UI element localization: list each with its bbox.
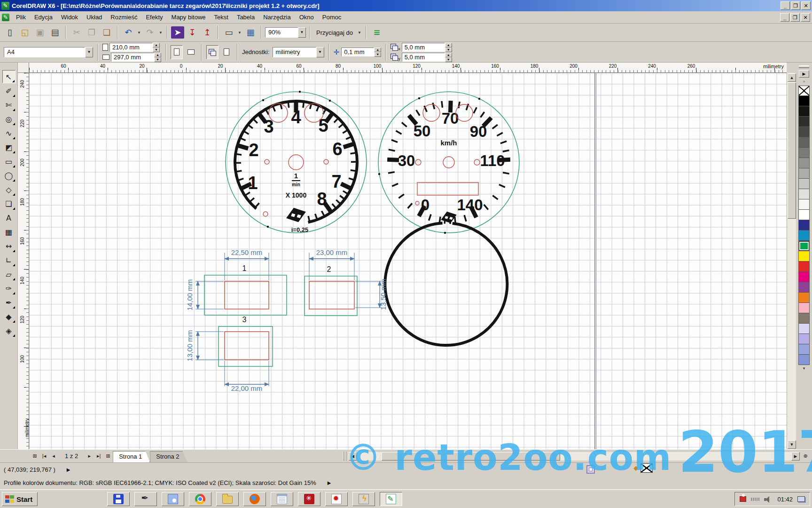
corel-connect-search-button[interactable]: ➤: [171, 26, 184, 39]
palette-swatch[interactable]: [798, 262, 810, 272]
page-height-spinner[interactable]: ▲▼: [154, 53, 161, 62]
palette-scroll-up-icon[interactable]: ▲: [799, 79, 809, 85]
palette-swatch[interactable]: [798, 324, 810, 334]
menu-tabela[interactable]: Tabela: [233, 12, 259, 22]
pane-splitter[interactable]: [343, 452, 346, 461]
horizontal-scrollbar[interactable]: ◀ ▶: [349, 452, 800, 460]
first-page-button[interactable]: |◂: [39, 451, 49, 461]
color-eyedropper-tool[interactable]: ✑: [2, 282, 16, 295]
network-icon[interactable]: [797, 496, 805, 502]
taskbar-app-acrobat[interactable]: [298, 492, 320, 506]
status-flyout-icon[interactable]: ▶: [67, 467, 70, 472]
horizontal-scrollbar-thumb[interactable]: [382, 452, 560, 460]
snap-to-dropdown[interactable]: Przyciągaj do: [313, 29, 356, 36]
last-page-button[interactable]: ▸|: [94, 451, 103, 461]
palette-swatch[interactable]: [798, 220, 810, 230]
portrait-orientation-button[interactable]: [171, 45, 183, 59]
zoom-level-dropdown-icon[interactable]: ▼: [298, 27, 306, 38]
duplicate-distance-y-field[interactable]: 5,0 mm ▲▼: [402, 53, 452, 62]
palette-scroll-down-icon[interactable]: ▼: [799, 366, 809, 372]
blend-tool[interactable]: ▱: [2, 268, 16, 281]
palette-swatch-none[interactable]: [798, 86, 810, 96]
print-button[interactable]: ▤: [48, 25, 62, 40]
page-size-preset-value[interactable]: A4: [4, 47, 85, 57]
drawing-canvas[interactable]: 12345678X 1000i=0,251min030507090110140k…: [29, 73, 787, 449]
welcome-screen-button[interactable]: ▦: [243, 25, 258, 40]
undo-button-caret-icon[interactable]: ▼: [136, 25, 142, 40]
navigator-button[interactable]: ⊕: [801, 451, 810, 461]
tachometer-drawing[interactable]: 12345678X 1000i=0,251min: [226, 91, 367, 233]
menu-okno[interactable]: Okno: [295, 12, 318, 22]
menu-pomoc[interactable]: Pomoc: [318, 12, 345, 22]
palette-swatch[interactable]: [798, 158, 810, 168]
palette-swatch[interactable]: [798, 210, 810, 220]
page-width-spinner[interactable]: ▲▼: [153, 43, 160, 52]
freehand-tool[interactable]: ∿: [2, 127, 16, 140]
cutout-2[interactable]: 223,00 mm13,50 mm: [304, 248, 387, 316]
start-button[interactable]: Start: [2, 492, 38, 506]
proof-colors-icon[interactable]: [586, 465, 595, 474]
page-width-field[interactable]: 210,0 mm ▲▼: [109, 43, 160, 52]
restore-button[interactable]: ❐: [791, 1, 800, 10]
scroll-up-icon[interactable]: ▲: [788, 73, 796, 82]
close-button[interactable]: ✕: [801, 1, 811, 10]
taskbar-app-capture[interactable]: [352, 492, 375, 506]
options-button[interactable]: ≡: [370, 25, 384, 40]
tray-keyboard-icon[interactable]: [751, 498, 759, 501]
nudge-offset-field[interactable]: 0,1 mm ▲▼: [341, 48, 381, 56]
basic-shapes-tool[interactable]: ❏: [2, 197, 16, 210]
volume-icon[interactable]: [764, 496, 773, 503]
vertical-scrollbar-thumb[interactable]: [788, 82, 796, 219]
taskbar-app-chrome[interactable]: [189, 492, 211, 506]
menu-widok[interactable]: Widok: [57, 12, 82, 22]
palette-swatch[interactable]: [798, 241, 810, 251]
connector-tool[interactable]: ∟: [2, 254, 16, 267]
scroll-right-icon[interactable]: ▶: [791, 452, 800, 460]
crop-tool[interactable]: ✄: [2, 98, 16, 111]
ruler-origin-corner[interactable]: [18, 63, 29, 73]
zoom-level-combo[interactable]: 90% ▼: [265, 27, 306, 38]
pick-tool[interactable]: ↖: [2, 70, 16, 83]
polygon-tool[interactable]: ◇: [2, 183, 16, 196]
mdi-restore-button[interactable]: ❐: [790, 13, 800, 22]
menu-mapy-bitowe[interactable]: Mapy bitowe: [167, 12, 210, 22]
snap-to-caret-icon[interactable]: ▼: [357, 25, 362, 40]
page-size-dropdown-icon[interactable]: ▼: [85, 47, 93, 57]
taskbar-app-pen[interactable]: [134, 492, 157, 506]
scroll-left-icon[interactable]: ◀: [349, 452, 357, 460]
taskbar-app-photopaint[interactable]: [325, 492, 348, 506]
palette-swatch[interactable]: [798, 230, 810, 241]
palette-swatch[interactable]: [798, 303, 810, 313]
undo-button[interactable]: ↶: [121, 25, 135, 40]
menu-edycja[interactable]: Edycja: [30, 12, 57, 22]
cutout-1[interactable]: 122,50 mm14,00 mm: [186, 248, 287, 315]
interactive-fill-tool[interactable]: ◈: [2, 324, 16, 337]
add-page-button[interactable]: ⊞: [30, 451, 39, 461]
ellipse-tool[interactable]: ◯: [2, 169, 16, 182]
tray-icon-1[interactable]: [740, 496, 746, 502]
palette-drag-handle[interactable]: [799, 65, 809, 68]
scroll-down-icon[interactable]: ▼: [788, 440, 796, 449]
menu-układ[interactable]: Układ: [82, 12, 106, 22]
export-button[interactable]: ↥: [200, 25, 214, 40]
palette-swatch[interactable]: [798, 168, 810, 179]
landscape-orientation-button[interactable]: [185, 45, 197, 59]
import-button[interactable]: ↧: [185, 25, 199, 40]
horizontal-ruler[interactable]: 6040200204060801001201401601802002202402…: [29, 63, 787, 73]
zoom-level-value[interactable]: 90%: [265, 27, 298, 38]
palette-swatch[interactable]: [798, 199, 810, 210]
cutout-3[interactable]: 313,00 mm22,00 mm: [186, 316, 273, 392]
speedometer-drawing[interactable]: 030507090110140km/h: [378, 92, 519, 345]
duplicate-distance-x-field[interactable]: 5,0 mm ▲▼: [402, 43, 452, 52]
profile-flyout-icon[interactable]: ▶: [328, 480, 331, 485]
nudge-spinner[interactable]: ▲▼: [374, 48, 381, 56]
page-size-preset-combo[interactable]: A4 ▼: [4, 47, 93, 57]
palette-swatch[interactable]: [798, 272, 810, 282]
palette-swatch[interactable]: [798, 106, 810, 117]
application-launcher-button[interactable]: ▭: [222, 25, 236, 40]
palette-swatch[interactable]: [798, 334, 810, 344]
dimension-tool[interactable]: ↔: [2, 239, 16, 253]
palette-swatch[interactable]: [798, 189, 810, 199]
next-page-button[interactable]: ▸: [85, 451, 94, 461]
open-button[interactable]: ◱: [18, 25, 32, 40]
